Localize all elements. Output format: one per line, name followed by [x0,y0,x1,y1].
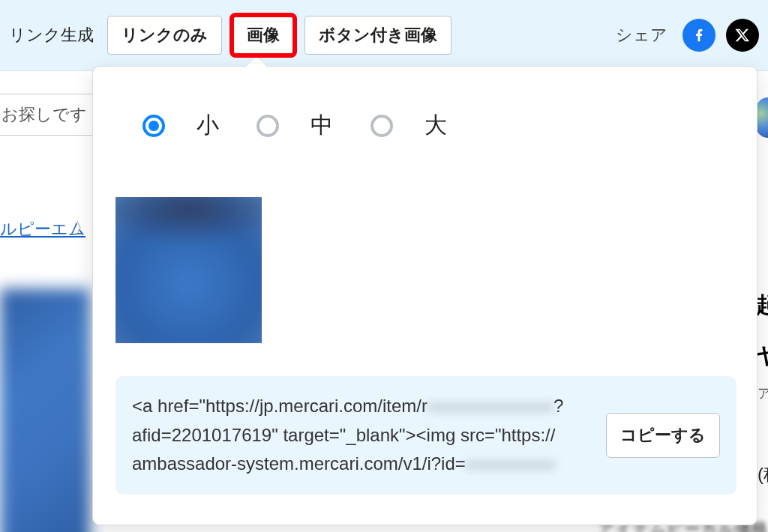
truncated-text-4: (税 [758,462,768,486]
x-share-icon[interactable] [726,19,759,52]
tab-image[interactable]: 画像 [232,16,294,55]
radio-icon [142,115,165,137]
breadcrumb-link[interactable]: ルピーエム [0,218,86,241]
radio-label-small: 小 [196,110,219,141]
tab-link-only[interactable]: リンクのみ [107,16,222,55]
radio-label-medium: 中 [310,110,333,141]
chevron-right-icon: 〉 [75,218,90,238]
size-option-small[interactable]: 小 [142,110,219,141]
tab-image-with-button[interactable]: ボタン付き画像 [304,16,452,55]
size-option-large[interactable]: 大 [370,110,447,141]
truncated-title-2: ヤ [756,341,768,372]
facebook-share-icon[interactable] [682,19,716,52]
truncated-text-3: ア [758,384,768,402]
product-thumbnail-bg [0,288,90,532]
toolbar-title: リンク生成 [9,24,94,46]
radio-icon [256,115,279,137]
radio-label-large: 大 [424,110,447,141]
avatar [756,97,768,138]
size-option-medium[interactable]: 中 [256,110,333,141]
share-label: シェア [616,24,668,46]
image-link-popover: 小 中 大 <a href="https://jp.mercari.com/it… [92,66,758,525]
embed-code-box: <a href="https://jp.mercari.com/item/rxx… [116,376,736,495]
truncated-title-1: 起 [756,290,768,321]
preview-image [116,197,262,343]
link-generation-toolbar: リンク生成 リンクのみ 画像 ボタン付き画像 シェア [0,0,768,71]
radio-icon [370,115,393,137]
size-radio-group: 小 中 大 [93,67,757,141]
embed-code-text[interactable]: <a href="https://jp.mercari.com/item/rxx… [132,392,591,478]
search-input[interactable]: お探しです [0,94,96,136]
copy-button[interactable]: コピーする [606,413,720,458]
